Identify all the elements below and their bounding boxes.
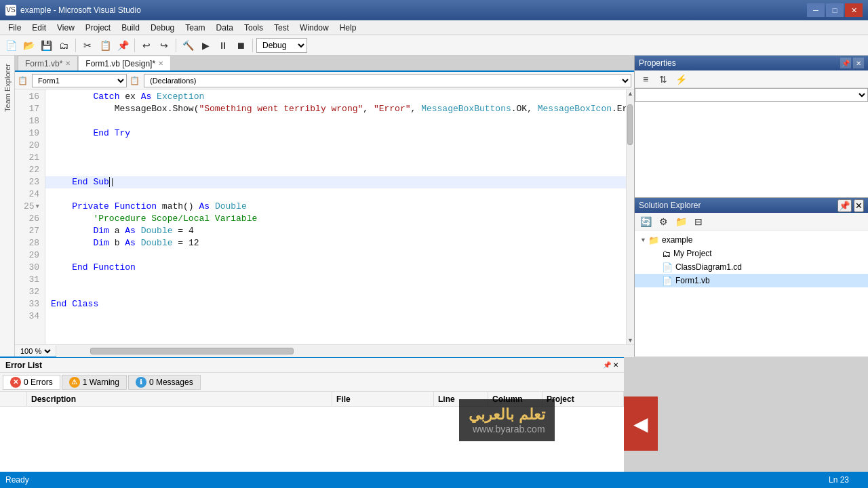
col-line[interactable]: Line <box>434 392 488 406</box>
menu-edit[interactable]: Edit <box>26 22 52 34</box>
code-line-33[interactable]: End Class <box>45 298 626 310</box>
code-line-34[interactable] <box>45 310 626 323</box>
maximize-button[interactable]: □ <box>826 3 844 17</box>
error-tab-messages[interactable]: ℹ 0 Messages <box>128 375 201 390</box>
tab-close-icon[interactable]: ✕ <box>65 60 71 67</box>
class-nav-icon: 📋 <box>18 76 28 85</box>
vertical-scrollbar[interactable]: ▲ ▼ <box>626 89 634 344</box>
error-panel: Error List 📌 ✕ ✕ 0 Errors ⚠ 1 Warning ℹ … <box>0 357 624 472</box>
sol-collapse-button[interactable]: ⊟ <box>690 214 707 230</box>
toolbar-redo[interactable]: ↪ <box>156 37 172 54</box>
debug-config-dropdown[interactable]: Debug Release <box>256 38 307 53</box>
tree-item-example[interactable]: ▼ 📁 example <box>635 233 868 247</box>
code-line-30[interactable]: End Function <box>45 262 626 274</box>
prop-categorized-button[interactable]: ≡ <box>637 71 654 87</box>
toolbar-saveall[interactable]: 🗂 <box>56 37 72 54</box>
toolbar-pause[interactable]: ⏸ <box>215 37 231 54</box>
code-line-17[interactable]: MessageBox.Show("Something went terribly… <box>45 103 626 115</box>
solution-pin-button[interactable]: 📌 <box>837 199 852 212</box>
code-line-16[interactable]: Catch ex As Exception <box>45 91 626 103</box>
toolbar-new[interactable]: 📄 <box>3 37 19 54</box>
menu-help[interactable]: Help <box>334 22 362 34</box>
code-line-19[interactable]: End Try <box>45 127 626 140</box>
prop-alphabetical-button[interactable]: ⇅ <box>655 71 671 87</box>
tree-folder-icon-example: 📁 <box>648 235 659 245</box>
zoom-dropdown[interactable]: 100 % 75 % 125 % <box>18 346 53 357</box>
solution-close-button[interactable]: ✕ <box>854 199 864 212</box>
line-num-19: 19 <box>15 127 45 140</box>
code-line-18[interactable] <box>45 115 626 127</box>
code-content[interactable]: Catch ex As Exception MessageBox.Show("S… <box>45 89 626 344</box>
minimize-button[interactable]: ─ <box>807 3 825 17</box>
code-line-27[interactable]: Dim a As Double = 4 <box>45 225 626 237</box>
menu-team[interactable]: Team <box>180 22 210 34</box>
code-line-22[interactable] <box>45 164 626 176</box>
h-scroll-thumb[interactable] <box>90 348 294 354</box>
sol-properties-button[interactable]: ⚙ <box>655 214 671 230</box>
method-dropdown[interactable]: (Declarations) <box>144 74 631 87</box>
team-explorer-icon[interactable]: Team Explorer <box>3 64 12 112</box>
tree-label-myproject: My Project <box>673 249 712 258</box>
code-line-29[interactable] <box>45 249 626 262</box>
error-close-button[interactable]: ✕ <box>613 361 618 369</box>
toolbar-stop[interactable]: ⏹ <box>233 37 249 54</box>
toolbar-undo[interactable]: ↩ <box>138 37 155 54</box>
menu-data[interactable]: Data <box>211 22 239 34</box>
col-column[interactable]: Column <box>488 392 542 406</box>
code-line-20[interactable] <box>45 140 626 152</box>
tree-arrow-form1vb <box>654 277 660 284</box>
toolbar-copy[interactable]: 📋 <box>97 37 113 54</box>
error-tab-errors[interactable]: ✕ 0 Errors <box>3 375 60 390</box>
code-line-32[interactable] <box>45 286 626 298</box>
code-line-25[interactable]: Private Function math() As Double <box>45 201 626 213</box>
class-dropdown[interactable]: Form1 <box>32 74 127 87</box>
scroll-up-arrow[interactable]: ▲ <box>627 89 634 98</box>
menu-view[interactable]: View <box>52 22 80 34</box>
menu-tools[interactable]: Tools <box>239 22 269 34</box>
code-line-21[interactable] <box>45 152 626 164</box>
code-line-26[interactable]: 'Procedure Scope/Local Variable <box>45 213 626 225</box>
horizontal-scrollbar[interactable] <box>56 345 634 357</box>
prop-events-button[interactable]: ⚡ <box>673 71 689 87</box>
menu-build[interactable]: Build <box>116 22 145 34</box>
watermark-arrow-button[interactable]: ◀ <box>624 396 658 451</box>
error-pin-button[interactable]: 📌 <box>603 361 611 369</box>
properties-object-dropdown[interactable] <box>635 88 868 102</box>
col-project[interactable]: Project <box>542 392 624 406</box>
code-line-23[interactable]: End Sub| <box>45 176 626 188</box>
toolbar-paste[interactable]: 📌 <box>115 37 131 54</box>
menu-window[interactable]: Window <box>294 22 334 34</box>
toolbar-save[interactable]: 💾 <box>38 37 54 54</box>
properties-close-button[interactable]: ✕ <box>853 58 864 68</box>
code-line-24[interactable] <box>45 188 626 201</box>
tree-item-form1vb[interactable]: 📄 Form1.vb <box>635 274 868 287</box>
toolbar-open[interactable]: 📂 <box>20 37 37 54</box>
menu-file[interactable]: File <box>3 22 26 34</box>
scroll-thumb[interactable] <box>627 104 633 145</box>
tab-form1vb-design[interactable]: Form1.vb [Design]* ✕ <box>78 56 171 70</box>
toolbar-debug-start[interactable]: ▶ <box>197 37 214 54</box>
toolbar-build[interactable]: 🔨 <box>180 37 196 54</box>
scroll-down-arrow[interactable]: ▼ <box>627 336 634 344</box>
menu-project[interactable]: Project <box>80 22 116 34</box>
code-line-28[interactable]: Dim b As Double = 12 <box>45 237 626 249</box>
code-nav-bar: 📋 Form1 📋 (Declarations) <box>15 72 634 89</box>
menu-debug[interactable]: Debug <box>145 22 180 34</box>
tree-item-myproject[interactable]: 🗂 My Project <box>635 247 868 260</box>
col-icon[interactable] <box>0 392 27 406</box>
close-button[interactable]: ✕ <box>845 3 863 17</box>
properties-pin-button[interactable]: 📌 <box>840 58 851 68</box>
line-num-25[interactable]: 25▼ <box>15 201 45 213</box>
toolbar-cut[interactable]: ✂ <box>79 37 96 54</box>
col-description[interactable]: Description <box>27 392 332 406</box>
tree-item-classdiagram[interactable]: 📄 ClassDiagram1.cd <box>635 260 868 274</box>
menu-test[interactable]: Test <box>269 22 294 34</box>
tab-form1vb[interactable]: Form1.vb* ✕ <box>18 56 78 70</box>
code-line-31[interactable] <box>45 274 626 286</box>
error-tab-warnings[interactable]: ⚠ 1 Warning <box>62 375 127 390</box>
sol-refresh-button[interactable]: 🔄 <box>637 214 654 230</box>
tab-close-design-icon[interactable]: ✕ <box>158 60 163 67</box>
app-icon: VS <box>5 5 16 16</box>
sol-showfiles-button[interactable]: 📁 <box>673 214 689 230</box>
col-file[interactable]: File <box>332 392 434 406</box>
